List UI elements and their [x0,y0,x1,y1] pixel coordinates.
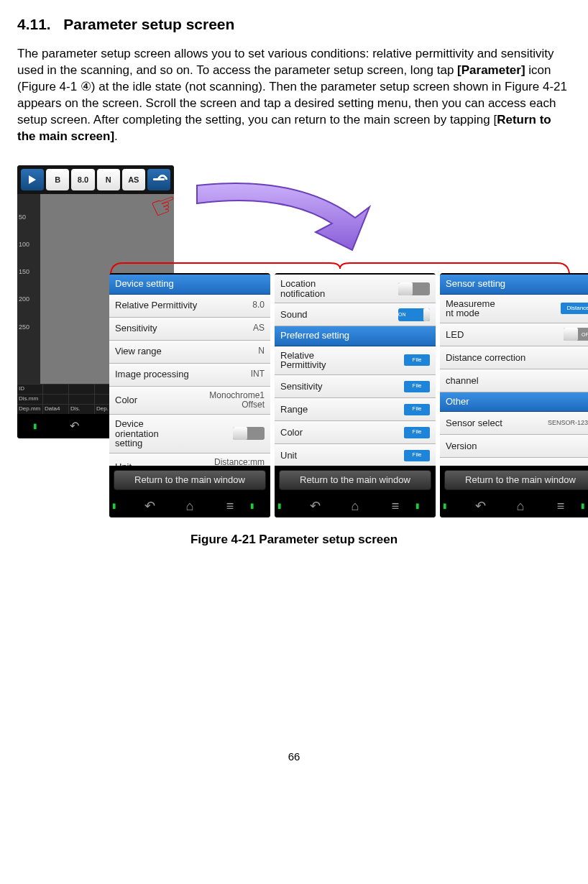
wrench-icon [153,178,165,180]
row-label: Range [280,403,308,416]
toggle-sound[interactable]: ON [398,308,430,321]
row-label: Device orientation setting [115,419,159,448]
scale-tick: 150 [17,267,40,276]
row-led[interactable]: LEDOFF [440,323,588,346]
signal-icon: ▮ [33,421,37,431]
back-icon[interactable]: ↶ [460,497,500,515]
row-pref-range[interactable]: RangeFile [275,398,436,421]
row-sound[interactable]: SoundON [275,303,436,326]
toggle-orientation[interactable] [233,427,265,440]
settings-list[interactable]: Device setting Relative Permittivity8.0 … [109,275,270,466]
row-pref-unit[interactable]: UnitFile [275,444,436,466]
row-version[interactable]: Version [440,435,588,458]
section-body: The parameter setup screen allows you to… [17,46,571,145]
toolbar-8[interactable]: 8.0 [71,169,94,190]
row-pref-sensitivity[interactable]: SensitivityFile [275,375,436,398]
row-label: Color [280,426,303,439]
badge-distance[interactable]: Distance [561,303,588,314]
row-sensor-select[interactable]: Sensor selectSENSOR-12345 [440,412,588,435]
row-location-notification[interactable]: Location notification [275,275,436,303]
menu-icon[interactable]: ≡ [541,497,581,515]
row-label: Measureme nt mode [446,299,495,318]
menu-icon[interactable]: ≡ [210,497,250,515]
back-icon[interactable]: ↶ [129,497,170,515]
row-label: Version [446,440,477,453]
wifi-icon: ▮ [581,501,588,511]
scale-tick: 200 [17,295,40,303]
scale-tick: 50 [17,213,40,221]
badge-file[interactable]: File [404,354,430,366]
toggle-text: OFF [578,328,588,341]
row-measurement-mode[interactable]: Measureme nt modeDistance [440,295,588,323]
row-pref-permittivity[interactable]: Relative PermittivityFile [275,346,436,375]
row-unit[interactable]: UnitDistance:mm Depth:mm [109,453,270,466]
row-label: LED [446,328,464,341]
row-label: Initial setting [446,463,497,466]
signal-icon: ▮ [443,501,460,511]
toolbar-n[interactable]: N [97,169,120,190]
android-nav-bar: ▮ ↶ ⌂ ≡ ▮ [109,494,270,517]
return-button[interactable]: Return to the main window [279,470,431,490]
list-header-sensor: Sensor setting [440,275,588,295]
return-button[interactable]: Return to the main window [444,470,588,490]
depth-scale: 50 100 150 200 250 [17,194,40,406]
row-label: channel [446,374,479,387]
row-label: View range [115,345,162,358]
info-dep: Dep.mm [17,405,43,414]
badge-file[interactable]: File [404,427,430,438]
list-header-device: Device setting [109,275,270,295]
toolbar-b[interactable]: B [46,169,69,190]
toggle-led[interactable]: OFF [564,328,588,341]
badge-file[interactable]: File [404,450,430,461]
row-label: Unit [280,449,297,462]
android-nav-bar: ▮ ↶ ⌂ ≡ ▮ [440,494,588,517]
row-orientation[interactable]: Device orientation setting [109,415,270,453]
info-dis: Dis.mm [17,395,43,404]
row-value: 8.0 [252,300,265,310]
row-view-range[interactable]: View rangeN [109,341,270,364]
row-label: Relative Permittivity [280,351,326,370]
row-initial-setting[interactable]: Initial setting [440,458,588,466]
flow-arrow [190,178,391,257]
row-value: Monochrome1 Offset [209,391,265,410]
toolbar-as[interactable]: AS [122,169,145,190]
row-label: Distance correction [446,351,525,364]
row-sensitivity[interactable]: SensitivityAS [109,318,270,341]
row-label: Sound [280,308,308,321]
row-value: N [258,346,265,356]
menu-icon[interactable]: ≡ [375,497,415,515]
row-relative-permittivity[interactable]: Relative Permittivity8.0 [109,295,270,318]
settings-panel-3: Sensor setting Measureme nt modeDistance… [440,273,588,517]
home-icon[interactable]: ⌂ [170,497,210,515]
play-icon [29,175,36,184]
row-channel[interactable]: channel0 [440,369,588,392]
settings-panel-1: Device setting Relative Permittivity8.0 … [109,273,270,517]
row-label: Location notification [280,279,325,298]
section-title-text: Parameter setup screen [63,16,234,32]
play-button[interactable] [21,169,44,190]
toggle-location-notif[interactable] [398,282,430,295]
badge-file[interactable]: File [404,381,430,392]
home-icon[interactable]: ⌂ [335,497,375,515]
return-button[interactable]: Return to the main window [114,470,266,490]
row-image-processing[interactable]: Image processingINT [109,364,270,387]
row-label: Unit [115,461,132,466]
row-value: AS [253,323,265,333]
wifi-icon: ▮ [415,501,433,511]
row-color[interactable]: ColorMonochrome1 Offset [109,387,270,415]
back-icon[interactable]: ↶ [70,418,79,434]
row-pref-color[interactable]: ColorFile [275,421,436,444]
row-distance-correction[interactable]: Distance correction0 [440,346,588,369]
info-id: ID [17,385,43,394]
badge-file[interactable]: File [404,404,430,415]
back-icon[interactable]: ↶ [295,497,335,515]
home-icon[interactable]: ⌂ [500,497,541,515]
section-number: 4.11. [17,16,51,32]
info-dis2: Dis. [69,405,95,414]
row-label: Image processing [115,368,189,381]
info-data4: Data4 [43,405,69,414]
page-number: 66 [17,750,571,764]
settings-list[interactable]: Sensor setting Measureme nt modeDistance… [440,275,588,466]
figure-container: B 8.0 N AS 50 100 150 200 250 ID Dis.mm … [17,165,571,517]
settings-list[interactable]: Location notification SoundON Preferred … [275,275,436,466]
